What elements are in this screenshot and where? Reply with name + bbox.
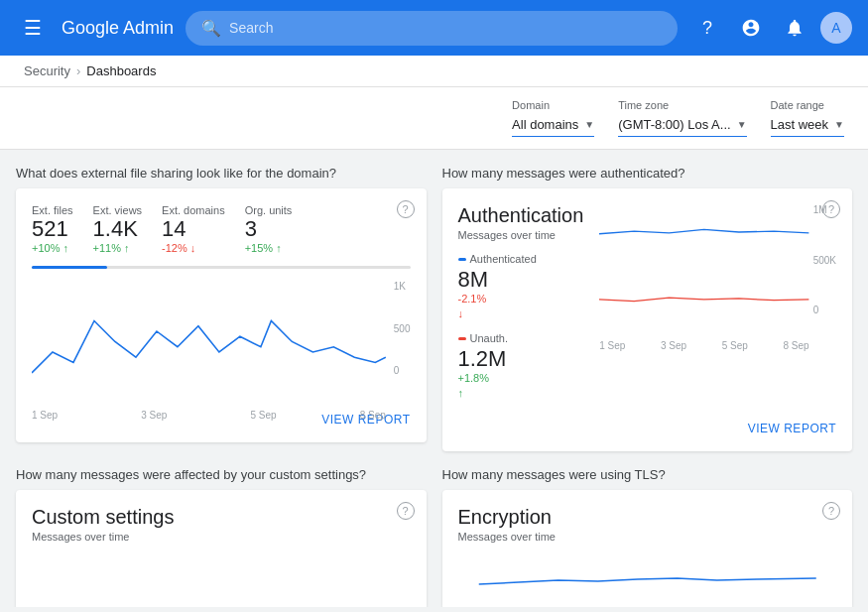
encryption-card: ? Encryption Messages over time: [442, 490, 853, 607]
stat-ext-views-value: 1.4K: [93, 216, 143, 242]
custom-settings-title: Custom settings: [32, 506, 411, 529]
auth-authenticated-label: Authenticated: [470, 253, 537, 265]
logo-text: Google Admin: [62, 18, 174, 39]
timezone-label: Time zone: [618, 99, 746, 111]
dashboard-grid: What does external file sharing look lik…: [0, 166, 868, 607]
auth-x-1sep: 1 Sep: [599, 340, 625, 351]
auth-stats-panel: Authentication Messages over time Authen…: [458, 204, 584, 412]
file-sharing-chart-area: 1 Sep 3 Sep 5 Sep 8 Sep: [32, 281, 386, 403]
auth-y-1m: 1M: [813, 204, 836, 215]
breadcrumb-separator: ›: [76, 63, 80, 78]
domain-label: Domain: [512, 99, 594, 111]
view-report-btn-2[interactable]: VIEW REPORT: [458, 420, 837, 435]
section-encryption: How many messages were using TLS? ? Encr…: [442, 467, 853, 607]
chart-x-labels: 1 Sep 3 Sep 5 Sep 8 Sep: [32, 410, 386, 421]
auth-x-3sep: 3 Sep: [661, 340, 686, 351]
stat-org-units-value: 3: [245, 216, 293, 242]
search-input[interactable]: [229, 20, 662, 36]
auth-y-0: 0: [813, 305, 836, 315]
user-avatar[interactable]: A: [820, 12, 852, 44]
stat-ext-views: Ext. views 1.4K +11% ↑: [93, 204, 143, 254]
search-icon: 🔍: [201, 19, 221, 38]
account-icon-btn[interactable]: [733, 10, 769, 46]
help-icon-card4[interactable]: ?: [822, 502, 840, 520]
daterange-filter[interactable]: Date range Last week ▼: [771, 99, 844, 137]
domain-filter[interactable]: Domain All domains ▼: [512, 99, 594, 137]
section4-question: How many messages were using TLS?: [442, 467, 853, 482]
chart-y-labels: 1K 500 0: [394, 281, 411, 380]
y-label-500: 500: [394, 323, 411, 334]
x-label-8sep: 8 Sep: [360, 410, 386, 421]
file-sharing-chart-wrapper: 1 Sep 3 Sep 5 Sep 8 Sep 1K 500 0: [32, 281, 411, 403]
help-icon-card1[interactable]: ?: [397, 200, 415, 218]
topbar: ☰ Google Admin 🔍 ? A: [0, 0, 868, 56]
stat-ext-domains: Ext. domains 14 -12% ↓: [162, 204, 225, 254]
auth-unauth-indicator: Unauth.: [458, 332, 584, 344]
stat-ext-files-change: +10% ↑: [32, 242, 73, 254]
stat-ext-domains-change: -12% ↓: [162, 242, 225, 254]
main-content: Domain All domains ▼ Time zone (GMT-8:00…: [0, 87, 868, 607]
daterange-value: Last week: [771, 117, 829, 132]
stat-ext-files: Ext. files 521 +10% ↑: [32, 204, 73, 254]
section2-question: How many messages were authenticated?: [442, 166, 853, 181]
stat-ext-files-label: Ext. files: [32, 204, 73, 216]
auth-x-8sep: 8 Sep: [783, 340, 808, 351]
external-files-card: ? Ext. files 521 +10% ↑ Ext. views 1.4K …: [16, 188, 427, 442]
stat-ext-domains-value: 14: [162, 216, 225, 242]
filter-bar: Domain All domains ▼ Time zone (GMT-8:00…: [0, 87, 868, 150]
timezone-value: (GMT-8:00) Los A...: [618, 117, 730, 132]
auth-x-5sep: 5 Sep: [722, 340, 748, 351]
topbar-right: ? A: [689, 10, 852, 46]
auth-authenticated-value: 8M: [458, 267, 584, 293]
section1-question: What does external file sharing look lik…: [16, 166, 427, 181]
stat-org-units-change: +15% ↑: [245, 242, 293, 254]
auth-chart-panel: 1 Sep 3 Sep 5 Sep 8 Sep 1M 500K 0: [599, 204, 836, 412]
auth-dot-red: [458, 337, 466, 340]
timezone-filter[interactable]: Time zone (GMT-8:00) Los A... ▼: [618, 99, 746, 137]
search-bar[interactable]: 🔍: [186, 11, 678, 46]
daterange-label: Date range: [771, 99, 844, 111]
section-authentication: How many messages were authenticated? ? …: [442, 166, 853, 451]
stat-ext-files-value: 521: [32, 216, 73, 242]
auth-chart-x-labels: 1 Sep 3 Sep 5 Sep 8 Sep: [599, 340, 808, 351]
custom-settings-card: ? Custom settings Messages over time: [16, 490, 427, 607]
y-label-1k: 1K: [394, 281, 411, 292]
progress-bar-fill: [32, 266, 107, 269]
auth-title: Authentication: [458, 204, 584, 227]
help-icon-card3[interactable]: ?: [397, 502, 415, 520]
auth-dot-blue: [458, 258, 466, 261]
auth-chart-svg: [599, 204, 808, 333]
domain-select[interactable]: All domains ▼: [512, 113, 594, 137]
x-label-1sep: 1 Sep: [32, 410, 58, 421]
logo: Google Admin: [62, 18, 174, 39]
daterange-select[interactable]: Last week ▼: [771, 113, 844, 137]
file-sharing-chart-svg: [32, 281, 386, 403]
encryption-title: Encryption: [458, 506, 837, 529]
encryption-chart-preview: [458, 554, 837, 594]
progress-bar-container: [32, 266, 411, 269]
breadcrumb-parent[interactable]: Security: [24, 63, 70, 78]
auth-subtitle: Messages over time: [458, 229, 584, 241]
section3-question: How many messages were affected by your …: [16, 467, 427, 482]
notifications-icon-btn[interactable]: [777, 10, 812, 46]
custom-settings-chart-preview: [32, 554, 411, 594]
auth-chart-area: 1 Sep 3 Sep 5 Sep 8 Sep: [599, 204, 808, 351]
timezone-arrow-icon: ▼: [737, 119, 747, 130]
timezone-select[interactable]: (GMT-8:00) Los A... ▼: [618, 113, 746, 137]
auth-y-500k: 500K: [813, 255, 836, 266]
view-report-link-2[interactable]: VIEW REPORT: [748, 422, 836, 435]
menu-icon[interactable]: ☰: [16, 8, 50, 48]
breadcrumb: Security › Dashboards: [0, 56, 868, 87]
auth-authenticated-arrow: ↓: [458, 307, 464, 319]
section-external-files: What does external file sharing look lik…: [16, 166, 427, 451]
domain-value: All domains: [512, 117, 578, 132]
auth-unauth-arrow: ↑: [458, 387, 464, 399]
x-label-3sep: 3 Sep: [141, 410, 167, 421]
x-label-5sep: 5 Sep: [250, 410, 276, 421]
custom-settings-subtitle: Messages over time: [32, 531, 411, 543]
stats-row: Ext. files 521 +10% ↑ Ext. views 1.4K +1…: [32, 204, 411, 254]
stat-org-units: Org. units 3 +15% ↑: [245, 204, 293, 254]
encryption-subtitle: Messages over time: [458, 531, 837, 543]
help-icon-btn[interactable]: ?: [689, 10, 725, 46]
auth-chart-container: 1 Sep 3 Sep 5 Sep 8 Sep 1M 500K 0: [599, 204, 836, 351]
